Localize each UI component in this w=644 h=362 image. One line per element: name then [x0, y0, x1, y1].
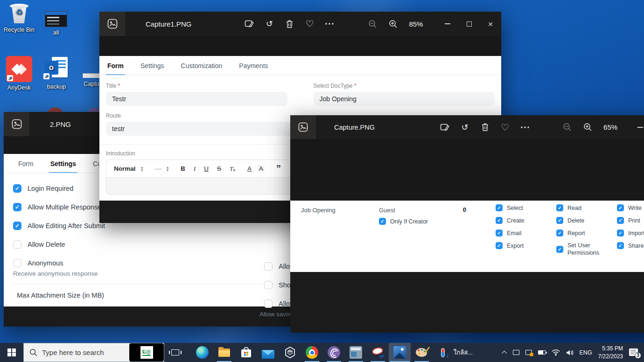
taskbar-app-edge[interactable]: [191, 343, 213, 362]
favorite-icon[interactable]: ♡: [500, 123, 510, 132]
title-field-input[interactable]: Testr: [106, 92, 287, 106]
desktop-icon-recycle-bin[interactable]: ♻ Recycle Bin: [4, 3, 35, 33]
checkbox-unchecked-icon[interactable]: ✓: [264, 299, 273, 308]
checkbox-checked-icon[interactable]: ✓: [617, 217, 624, 224]
checkbox-unchecked-icon[interactable]: ✓: [264, 281, 273, 289]
bold-button[interactable]: B: [181, 165, 185, 172]
checkbox-checked-icon[interactable]: ✓: [617, 242, 624, 249]
show-hidden-icons-chevron[interactable]: [501, 350, 506, 355]
taskbar-app-file-explorer[interactable]: [213, 343, 235, 362]
checkbox-checked-icon[interactable]: ✓: [379, 218, 386, 225]
start-button[interactable]: [0, 343, 23, 362]
checkbox-unchecked-icon[interactable]: ✓: [13, 240, 21, 249]
taskbar-app-bittorrent[interactable]: [323, 343, 345, 362]
see-more-icon[interactable]: [520, 123, 530, 132]
wifi-icon[interactable]: [552, 349, 560, 356]
highlight-color-button[interactable]: A: [258, 165, 264, 172]
italic-button[interactable]: I: [194, 165, 196, 173]
checkbox-write[interactable]: ✓Write: [617, 204, 644, 211]
checkbox-checked-icon[interactable]: ✓: [556, 246, 563, 253]
strikethrough-button[interactable]: S: [217, 165, 221, 172]
delete-icon[interactable]: [480, 123, 490, 132]
checkbox-anonymous[interactable]: ✓ Anonymous: [13, 259, 296, 267]
delete-icon[interactable]: [285, 19, 294, 28]
desktop-icon-captu[interactable]: Captu: [82, 73, 101, 87]
clear-format-button[interactable]: Tx: [230, 165, 235, 173]
taskbar-search[interactable]: E@: [23, 343, 164, 362]
battery-icon[interactable]: [538, 350, 546, 355]
font-size-dropdown[interactable]: --- ▴▾: [155, 165, 168, 172]
tab-form[interactable]: Form: [17, 154, 35, 173]
checkbox-export[interactable]: ✓Export: [496, 242, 556, 249]
search-highlight-widget[interactable]: E@: [129, 343, 164, 362]
taskbar-app-mail[interactable]: [257, 343, 279, 362]
checkbox-checked-icon[interactable]: ✓: [496, 204, 503, 211]
cast-screen-icon[interactable]: [525, 350, 532, 355]
tab-settings[interactable]: Settings: [49, 154, 77, 173]
task-view-button[interactable]: [164, 343, 186, 362]
tab-customization[interactable]: Customization: [180, 56, 224, 75]
clock[interactable]: 5:35 PM 7/22/2023: [598, 345, 623, 360]
tab-form[interactable]: Form: [106, 56, 125, 75]
checkbox-checked-icon[interactable]: ✓: [556, 217, 563, 224]
checkbox-checked-icon[interactable]: ✓: [556, 204, 563, 211]
checkbox-checked-icon[interactable]: ✓: [496, 242, 503, 249]
checkbox-import[interactable]: ✓Import: [617, 230, 644, 237]
checkbox-checked-icon[interactable]: ✓: [496, 230, 503, 237]
edit-image-icon[interactable]: [440, 123, 449, 132]
doctype-field-input[interactable]: Job Opening: [314, 92, 495, 106]
checkbox-report[interactable]: ✓Report: [556, 230, 617, 237]
checkbox-checked-icon[interactable]: ✓: [556, 230, 563, 237]
checkbox-checked-icon[interactable]: ✓: [13, 203, 21, 211]
volume-icon[interactable]: [566, 349, 574, 356]
close-button[interactable]: ×: [480, 12, 501, 36]
checkbox-create[interactable]: ✓Create: [496, 217, 556, 224]
taskbar-app-photos[interactable]: [389, 343, 411, 362]
taskbar-app-paint[interactable]: [411, 343, 433, 362]
search-input[interactable]: [42, 348, 116, 356]
text-color-button[interactable]: A: [247, 165, 252, 172]
taskbar-app-store[interactable]: [235, 343, 257, 362]
zoom-in-icon[interactable]: [388, 19, 398, 28]
taskbar-app-chrome[interactable]: [301, 343, 323, 362]
checkbox-unchecked-icon[interactable]: ✓: [264, 262, 273, 271]
taskbar-app-package[interactable]: [279, 343, 301, 362]
tab-settings[interactable]: Settings: [139, 56, 166, 75]
checkbox-checked-icon[interactable]: ✓: [13, 222, 21, 230]
desktop-icon-anydesk[interactable]: ↗ AnyDesk: [6, 56, 33, 91]
zoom-in-icon[interactable]: [583, 123, 592, 132]
checkbox-only-if-creator[interactable]: ✓ Only If Creator: [379, 218, 428, 225]
tablet-mode-icon[interactable]: [513, 350, 519, 355]
checkbox-checked-icon[interactable]: ✓: [496, 217, 503, 224]
checkbox-unchecked-icon[interactable]: ✓: [13, 259, 21, 267]
zoom-out-icon[interactable]: [562, 123, 572, 132]
notification-center-button[interactable]: 3: [629, 348, 639, 357]
rotate-icon[interactable]: ↺: [460, 123, 469, 132]
blockquote-button[interactable]: ”: [276, 163, 281, 174]
checkbox-checked-icon[interactable]: ✓: [13, 184, 21, 193]
checkbox-select[interactable]: ✓Select: [496, 204, 556, 211]
tab-payments[interactable]: Payments: [238, 56, 269, 75]
paragraph-style-dropdown[interactable]: Normal ▴▾: [114, 165, 143, 172]
underline-button[interactable]: U: [204, 165, 209, 172]
see-more-icon[interactable]: [325, 19, 334, 28]
desktop-icon-backup[interactable]: o ↗ backup: [43, 57, 70, 90]
taskbar-app-netcut[interactable]: ✂: [367, 343, 389, 362]
maximize-button[interactable]: [458, 12, 480, 36]
taskbar-app-calculator[interactable]: [345, 343, 367, 362]
checkbox-checked-icon[interactable]: ✓: [617, 204, 624, 211]
zoom-out-icon[interactable]: [368, 19, 377, 28]
checkbox-email[interactable]: ✓Email: [496, 230, 556, 237]
checkbox-share[interactable]: ✓Share: [617, 242, 644, 249]
language-indicator[interactable]: ENG: [580, 349, 592, 356]
minimize-button[interactable]: [437, 12, 458, 36]
favorite-icon[interactable]: ♡: [305, 19, 314, 28]
edit-image-icon[interactable]: [245, 19, 254, 28]
rotate-icon[interactable]: ↺: [265, 19, 274, 28]
checkbox-read[interactable]: ✓Read: [556, 204, 617, 211]
checkbox-allow-delete[interactable]: ✓ Allow Delete: [13, 240, 296, 249]
weather-widget[interactable]: ใกล้ส...: [441, 343, 473, 362]
desktop-icon-all[interactable]: all: [43, 11, 69, 36]
checkbox-print[interactable]: ✓Print: [617, 217, 644, 224]
checkbox-set-user-permissions[interactable]: ✓Set User Permissions: [556, 242, 617, 257]
